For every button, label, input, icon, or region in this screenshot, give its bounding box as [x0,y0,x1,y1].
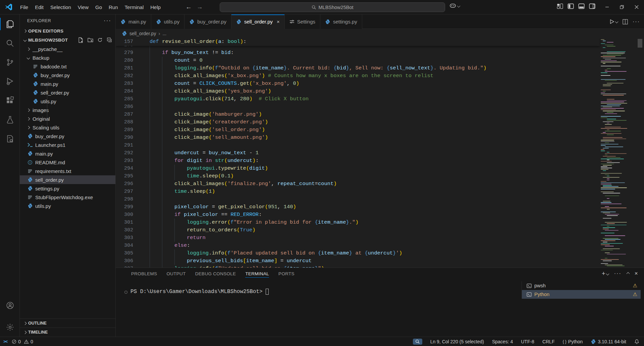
terminal-tab-python[interactable]: Python⚠ [522,290,641,299]
open-editors-section[interactable]: OPEN EDITORS [20,26,115,36]
activity-testing-icon[interactable] [0,110,20,129]
panel-tab-problems[interactable]: PROBLEMS [131,268,157,279]
project-root-row[interactable]: MLBSHOW25BOT [20,36,115,45]
activity-settings-gear-icon[interactable] [0,318,20,337]
breadcrumb-file[interactable]: sell_order.py [129,31,156,36]
file-utils-py[interactable]: utils.py [20,201,115,210]
code-line-287[interactable]: 287click_image('hamburger.png') [116,111,600,118]
python-interpreter[interactable]: 3.10.11 64-bit [591,339,626,344]
code-line-281[interactable]: 281logging.info(f"Outbid on {item_name}.… [116,64,600,72]
activity-source-control-icon[interactable] [0,53,20,72]
code-line-294[interactable]: 294pyautogui.typewrite(digit) [116,165,600,172]
close-panel-icon[interactable]: × [635,270,638,277]
activity-run-debug-icon[interactable] [0,72,20,91]
editor-more-actions-icon[interactable]: ··· [633,19,640,25]
file-requirements-txt[interactable]: requirements.txt [20,167,115,175]
code-line-305[interactable]: 305logging.info(f'Placed updated sell bi… [116,249,600,257]
folder--pycache-[interactable]: __pycache__ [20,45,115,53]
cursor-position[interactable]: Ln 9, Col 220 (5 selected) [430,339,484,344]
file-stubflipperwatchdog-exe[interactable]: StubFlipperWatchdog.exe [20,193,115,201]
new-terminal-button[interactable]: + [602,270,609,277]
new-folder-icon[interactable] [88,37,93,43]
minimap[interactable] [600,38,635,268]
code-line-304[interactable]: 304else: [116,242,600,249]
restore-button[interactable] [614,0,629,14]
terminal-tab-pwsh[interactable]: pwsh⚠ [522,281,641,290]
language-mode[interactable]: { } Python [562,339,583,344]
code-line-300[interactable]: 300if pixel_color == RED_ERROR: [116,211,600,219]
breadcrumb[interactable]: sell_order.py › ... [116,29,644,38]
menu-help[interactable]: Help [147,3,164,12]
code-line-283[interactable]: 283count = CLICK_COUNTS.get('x_box.png',… [116,80,600,88]
encoding-status[interactable]: UTF-8 [521,339,534,344]
editor-scrollbar[interactable] [638,39,642,48]
menu-run[interactable]: Run [105,3,121,12]
code-line-297[interactable]: 297time.sleep(1) [116,188,600,195]
maximize-panel-icon[interactable] [626,272,630,275]
activity-explorer-icon[interactable] [0,14,20,34]
code-line-284[interactable]: 284click_all_images('yes_box.png') [116,88,600,95]
forward-arrow-icon[interactable]: → [197,3,203,11]
tab-buy-order-py[interactable]: buy_order.py [184,14,231,29]
panel-tab-debug-console[interactable]: DEBUG CONSOLE [195,268,236,279]
code-line-293[interactable]: 293for digit in str(undercut): [116,157,600,165]
code-line-285[interactable]: 285pyautogui.click(714, 280) # Click X b… [116,95,600,103]
tab-settings[interactable]: Settings [285,14,320,29]
code-line-292[interactable]: 292undercut = buy_now_text - 1 [116,149,600,157]
close-tab-icon[interactable]: × [277,19,280,24]
menu-view[interactable]: View [74,3,92,12]
file-main-py[interactable]: main.py [20,79,115,88]
tab-main-py[interactable]: main.py [116,14,151,29]
remote-indicator[interactable]: >< [3,339,7,344]
eol-status[interactable]: CRLF [542,339,555,344]
back-arrow-icon[interactable]: ← [185,3,192,11]
panel-tab-ports[interactable]: PORTS [278,268,294,279]
zoom-status-item[interactable] [413,339,422,345]
breadcrumb-more[interactable]: ... [162,31,166,36]
panel-more-actions-icon[interactable]: ··· [614,271,622,277]
code-line-290[interactable]: 290click_image('sell_amount.png') [116,134,600,141]
file-badcode-txt[interactable]: badcode.txt [20,62,115,71]
code-line-299[interactable]: 299pixel_color = get_pixel_color(951, 14… [116,203,600,211]
code-line-295[interactable]: 295time.sleep(0.1) [116,172,600,180]
terminal[interactable]: PS D:\Users\Gamer\Downloads\MLBShow25Bot… [116,279,644,337]
collapse-folders-icon[interactable] [107,37,112,43]
sticky-code-line-157[interactable]: 157def revise_sell_order(a: bool): [116,38,600,46]
code-line-301[interactable]: 301logging.error(f"Error in placing bid … [116,219,600,226]
activity-search-icon[interactable] [0,34,20,53]
file-utils-py[interactable]: utils.py [20,97,115,106]
close-window-button[interactable] [629,0,644,14]
code-line-289[interactable]: 289click_image('sell_order.png') [116,126,600,134]
activity-tools-extension-icon[interactable] [0,129,20,148]
activity-extensions-icon[interactable] [0,91,20,110]
file-sell-order-py[interactable]: sell_order.py [20,88,115,97]
menu-edit[interactable]: Edit [32,3,47,12]
file-buy-order-py[interactable]: buy_order.py [20,71,115,79]
code-line-303[interactable]: 303return [116,234,600,242]
timeline-section[interactable]: TIMELINE [20,328,115,337]
terminal-command-decoration[interactable] [124,291,127,294]
toggle-primary-sidebar-icon[interactable] [568,3,574,9]
menu-terminal[interactable]: Terminal [121,3,147,12]
notifications-bell-icon[interactable] [634,339,639,344]
minimize-button[interactable] [600,0,614,14]
menu-file[interactable]: File [17,3,32,12]
code-line-291[interactable]: 291 [116,141,600,149]
copilot-menu[interactable] [449,3,460,8]
tab-sell-order-py[interactable]: sell_order.py× [231,14,285,29]
folder-original[interactable]: Original [20,114,115,123]
code-line-288[interactable]: 288click_image('createorder.png') [116,118,600,126]
file-launcher-ps1[interactable]: Launcher.ps1 [20,140,115,149]
tab-settings-py[interactable]: settings.py [320,14,362,29]
sticky-scroll-line[interactable]: 157def revise_sell_order(a: bool): [116,38,600,46]
code-line-307[interactable]: 307logging.info(f"Updated sell bid on {i… [116,265,600,268]
code-line-298[interactable]: 298 [116,195,600,203]
panel-tab-output[interactable]: OUTPUT [166,268,185,279]
panel-tab-terminal[interactable]: TERMINAL [245,268,269,279]
code-line-302[interactable]: 302return_to_orders(True) [116,226,600,234]
outline-section[interactable]: OUTLINE [20,319,115,328]
folder-scaling-utils[interactable]: Scaling utils [20,123,115,132]
problems-status[interactable]: 0 0 [12,339,33,344]
tab-utils-py[interactable]: utils.py [151,14,185,29]
file-settings-py[interactable]: settings.py [20,184,115,193]
